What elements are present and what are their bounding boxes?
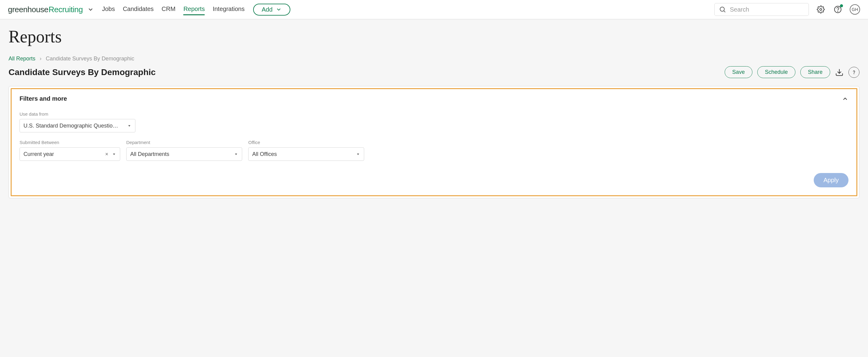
- page-title: Reports: [8, 27, 860, 47]
- field-office: Office All Offices: [248, 140, 364, 161]
- user-avatar[interactable]: GH: [850, 4, 860, 14]
- download-button[interactable]: [835, 68, 844, 77]
- primary-nav: Jobs Candidates CRM Reports Integrations: [102, 4, 245, 15]
- breadcrumb-root-link[interactable]: All Reports: [8, 56, 35, 62]
- top-nav: greenhouse Recruiting Jobs Candidates CR…: [0, 0, 868, 20]
- report-heading: Candidate Surveys By Demographic: [8, 67, 720, 77]
- avatar-initials: GH: [852, 7, 858, 12]
- filters-panel: Filters and more Use data from U.S. Stan…: [11, 88, 857, 196]
- chevron-down-icon: [276, 6, 282, 12]
- chevron-down-icon[interactable]: [87, 6, 94, 13]
- use-data-from-select[interactable]: U.S. Standard Demographic Questio…: [20, 119, 135, 132]
- svg-marker-10: [113, 153, 115, 155]
- breadcrumb: All Reports Candidate Surveys By Demogra…: [8, 56, 860, 62]
- report-header-row: Candidate Surveys By Demographic Save Sc…: [8, 66, 860, 78]
- clear-icon[interactable]: [104, 152, 109, 156]
- office-value: All Offices: [252, 151, 353, 157]
- nav-jobs[interactable]: Jobs: [102, 4, 115, 15]
- page-body: Reports All Reports Candidate Surveys By…: [0, 20, 868, 357]
- svg-marker-12: [357, 153, 359, 155]
- submitted-between-value: Current year: [24, 151, 101, 157]
- svg-point-2: [820, 8, 822, 11]
- brand-text-1: greenhouse: [8, 5, 48, 14]
- caret-down-icon: [127, 124, 131, 128]
- brand-logo[interactable]: greenhouse Recruiting: [8, 5, 94, 14]
- use-data-from-label: Use data from: [20, 111, 135, 117]
- filters-panel-outer: Filters and more Use data from U.S. Stan…: [8, 86, 860, 198]
- nav-reports[interactable]: Reports: [183, 4, 205, 15]
- department-select[interactable]: All Departments: [126, 147, 242, 161]
- svg-point-6: [854, 73, 854, 74]
- add-button[interactable]: Add: [253, 4, 290, 16]
- search-input[interactable]: [730, 6, 804, 13]
- settings-button[interactable]: [815, 4, 826, 14]
- help-button[interactable]: [833, 4, 843, 14]
- apply-button[interactable]: Apply: [814, 173, 848, 187]
- department-value: All Departments: [130, 151, 231, 157]
- svg-marker-7: [128, 125, 130, 127]
- share-button[interactable]: Share: [800, 66, 830, 78]
- caret-down-icon: [356, 152, 360, 156]
- department-label: Department: [126, 140, 242, 145]
- chevron-right-icon: [38, 57, 43, 61]
- field-use-data-from: Use data from U.S. Standard Demographic …: [20, 111, 135, 132]
- field-submitted-between: Submitted Between Current year: [20, 140, 120, 161]
- office-label: Office: [248, 140, 364, 145]
- caret-down-icon: [112, 152, 116, 156]
- nav-candidates[interactable]: Candidates: [123, 4, 154, 15]
- search-icon: [719, 6, 726, 13]
- svg-line-1: [724, 11, 725, 12]
- save-button[interactable]: Save: [725, 66, 752, 78]
- report-help-button[interactable]: [848, 67, 860, 78]
- svg-marker-11: [235, 153, 237, 155]
- add-button-label: Add: [262, 6, 273, 13]
- chevron-up-icon[interactable]: [842, 95, 848, 102]
- nav-crm[interactable]: CRM: [162, 4, 176, 15]
- notification-dot-icon: [840, 4, 843, 7]
- caret-down-icon: [234, 152, 238, 156]
- office-select[interactable]: All Offices: [248, 147, 364, 161]
- submitted-between-select[interactable]: Current year: [20, 147, 120, 161]
- submitted-between-label: Submitted Between: [20, 140, 120, 145]
- brand-text-2: Recruiting: [49, 5, 83, 14]
- field-department: Department All Departments: [126, 140, 242, 161]
- breadcrumb-current: Candidate Surveys By Demographic: [46, 56, 134, 62]
- search-box[interactable]: [714, 3, 809, 16]
- gear-icon: [817, 5, 825, 13]
- svg-point-0: [720, 7, 724, 11]
- nav-integrations[interactable]: Integrations: [213, 4, 245, 15]
- filters-panel-header[interactable]: Filters and more: [20, 95, 848, 102]
- filters-panel-title: Filters and more: [20, 95, 67, 102]
- schedule-button[interactable]: Schedule: [757, 66, 796, 78]
- use-data-from-value: U.S. Standard Demographic Questio…: [24, 123, 124, 129]
